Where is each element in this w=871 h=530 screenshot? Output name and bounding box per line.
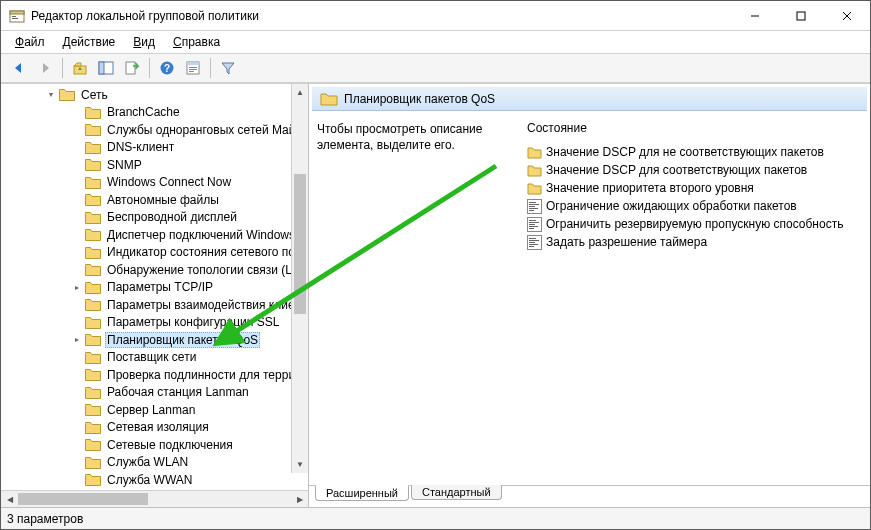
tree-label: Службы одноранговых сетей Май	[105, 123, 297, 137]
toolbar-separator	[149, 58, 150, 78]
tree-item[interactable]: Индикатор состояния сетевого по	[1, 244, 308, 262]
tree-item[interactable]: Рабочая станция Lanman	[1, 384, 308, 402]
close-button[interactable]	[824, 1, 870, 30]
toolbar-separator	[62, 58, 63, 78]
collapse-icon[interactable]: ▾	[45, 90, 57, 99]
tree-label: Поставщик сети	[105, 350, 198, 364]
main-area: ▾СетьBranchCacheСлужбы одноранговых сете…	[1, 83, 870, 507]
svg-rect-26	[529, 220, 536, 221]
tree-item[interactable]: Автономные файлы	[1, 191, 308, 209]
menu-view[interactable]: Вид	[125, 33, 163, 51]
filter-button[interactable]	[216, 56, 240, 80]
tab-standard[interactable]: Стандартный	[411, 485, 502, 500]
show-hide-tree-button[interactable]	[94, 56, 118, 80]
window-title: Редактор локальной групповой политики	[31, 9, 732, 23]
up-button[interactable]	[68, 56, 92, 80]
tree-item[interactable]: Служба WWAN	[1, 471, 308, 489]
list-item[interactable]: Ограничение ожидающих обработки пакетов	[527, 197, 862, 215]
tree-view[interactable]: ▾СетьBranchCacheСлужбы одноранговых сете…	[1, 84, 308, 490]
expand-icon[interactable]: ▸	[71, 335, 83, 344]
tree-item[interactable]: Проверка подлинности для терри	[1, 366, 308, 384]
app-icon	[9, 8, 25, 24]
tree-label: Проверка подлинности для терри	[105, 368, 297, 382]
list-item-label: Значение приоритета второго уровня	[546, 181, 754, 195]
properties-button[interactable]	[181, 56, 205, 80]
list-item[interactable]: Значение DSCP для соответствующих пакето…	[527, 161, 862, 179]
menu-file[interactable]: ФФайлайл	[7, 33, 53, 51]
scroll-left-icon[interactable]: ◀	[1, 491, 18, 507]
svg-rect-20	[529, 202, 536, 203]
export-button[interactable]	[120, 56, 144, 80]
toolbar-separator	[210, 58, 211, 78]
scroll-thumb[interactable]	[294, 174, 306, 314]
svg-rect-21	[529, 204, 539, 205]
tree-item[interactable]: Беспроводной дисплей	[1, 209, 308, 227]
status-bar: 3 параметров	[1, 507, 870, 529]
scroll-up-icon[interactable]: ▲	[292, 84, 308, 101]
minimize-button[interactable]	[732, 1, 778, 30]
expand-icon[interactable]: ▸	[71, 283, 83, 292]
tree-item[interactable]: SNMP	[1, 156, 308, 174]
tree-label: Автономные файлы	[105, 193, 221, 207]
svg-rect-29	[529, 226, 538, 227]
svg-rect-24	[529, 210, 534, 211]
svg-rect-5	[797, 12, 805, 20]
tree-label: DNS-клиент	[105, 140, 176, 154]
tree-label: BranchCache	[105, 105, 182, 119]
status-text: 3 параметров	[7, 512, 83, 526]
list-item[interactable]: Значение приоритета второго уровня	[527, 179, 862, 197]
list-item[interactable]: Значение DSCP для не соответствующих пак…	[527, 143, 862, 161]
scroll-right-icon[interactable]: ▶	[291, 491, 308, 507]
list-item-label: Ограничить резервируемую пропускную спос…	[546, 217, 843, 231]
window-controls	[732, 1, 870, 30]
tree-item[interactable]: Сетевая изоляция	[1, 419, 308, 437]
maximize-button[interactable]	[778, 1, 824, 30]
svg-rect-10	[99, 62, 104, 74]
svg-rect-22	[529, 206, 535, 207]
tree-item[interactable]: Сервер Lanman	[1, 401, 308, 419]
tree-item[interactable]: BranchCache	[1, 104, 308, 122]
vertical-scrollbar[interactable]: ▲ ▼	[291, 84, 308, 473]
scroll-thumb[interactable]	[18, 493, 148, 505]
tree-label: Сетевые подключения	[105, 438, 235, 452]
svg-text:?: ?	[164, 63, 170, 74]
tree-item[interactable]: Диспетчер подключений Windows	[1, 226, 308, 244]
svg-rect-35	[529, 244, 538, 245]
svg-rect-23	[529, 208, 538, 209]
list-item[interactable]: Ограничить резервируемую пропускную спос…	[527, 215, 862, 233]
back-button[interactable]	[7, 56, 31, 80]
help-button[interactable]: ?	[155, 56, 179, 80]
tree-label: Сетевая изоляция	[105, 420, 211, 434]
menu-action[interactable]: Действие	[55, 33, 124, 51]
tree-item[interactable]: Обнаружение топологии связи (L	[1, 261, 308, 279]
tree-label: Служба WLAN	[105, 455, 190, 469]
titlebar: Редактор локальной групповой политики	[1, 1, 870, 31]
tree-item[interactable]: Параметры взаимодействия клиен	[1, 296, 308, 314]
tree-item[interactable]: ▸Параметры TCP/IP	[1, 279, 308, 297]
tree-item[interactable]: Windows Connect Now	[1, 174, 308, 192]
svg-rect-27	[529, 222, 539, 223]
tree-item[interactable]: ▸Планировщик пакетов QoS	[1, 331, 308, 349]
tree-item-root[interactable]: ▾Сеть	[1, 86, 308, 104]
horizontal-scrollbar[interactable]: ◀ ▶	[1, 490, 308, 507]
tree-label: Планировщик пакетов QoS	[105, 332, 260, 348]
tree-item[interactable]: Сетевые подключения	[1, 436, 308, 454]
tree-item[interactable]: Поставщик сети	[1, 349, 308, 367]
menu-help[interactable]: Справка	[165, 33, 228, 51]
details-description: Чтобы просмотреть описание элемента, выд…	[317, 121, 507, 481]
svg-rect-1	[10, 11, 24, 14]
tree-item[interactable]: Службы одноранговых сетей Май	[1, 121, 308, 139]
tree-label: Сеть	[79, 88, 110, 102]
tree-item[interactable]: Служба WLAN	[1, 454, 308, 472]
details-list: Состояние Значение DSCP для не соответст…	[527, 121, 862, 481]
scroll-down-icon[interactable]: ▼	[292, 456, 308, 473]
tree-label: Индикатор состояния сетевого по	[105, 245, 297, 259]
tree-label: Сервер Lanman	[105, 403, 197, 417]
svg-rect-33	[529, 240, 539, 241]
list-item[interactable]: Задать разрешение таймера	[527, 233, 862, 251]
menu-bar: ФФайлайл Действие Вид Справка	[1, 31, 870, 53]
forward-button[interactable]	[33, 56, 57, 80]
tree-item[interactable]: DNS-клиент	[1, 139, 308, 157]
tab-extended[interactable]: Расширенный	[315, 485, 409, 501]
tree-item[interactable]: Параметры конфигурации SSL	[1, 314, 308, 332]
